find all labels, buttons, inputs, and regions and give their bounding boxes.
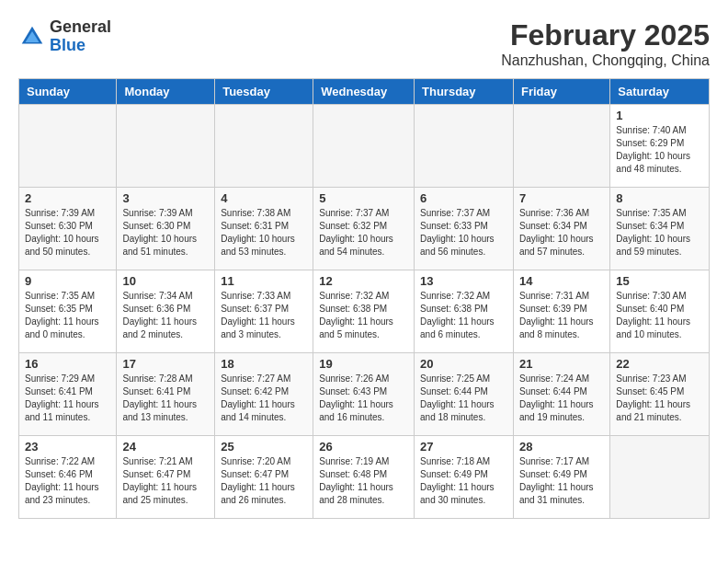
day-number: 19	[319, 357, 408, 371]
day-number: 2	[25, 191, 110, 205]
day-info: Sunrise: 7:20 AM Sunset: 6:47 PM Dayligh…	[221, 455, 307, 507]
table-row: 24Sunrise: 7:21 AM Sunset: 6:47 PM Dayli…	[117, 436, 215, 519]
day-number: 22	[616, 357, 703, 371]
day-info: Sunrise: 7:28 AM Sunset: 6:41 PM Dayligh…	[122, 373, 209, 424]
table-row: 26Sunrise: 7:19 AM Sunset: 6:48 PM Dayli…	[313, 436, 415, 519]
day-info: Sunrise: 7:39 AM Sunset: 6:30 PM Dayligh…	[122, 207, 209, 259]
day-info: Sunrise: 7:21 AM Sunset: 6:47 PM Dayligh…	[122, 455, 209, 507]
table-row: 23Sunrise: 7:22 AM Sunset: 6:46 PM Dayli…	[19, 436, 117, 519]
month-title: February 2025	[501, 18, 710, 52]
header-friday: Friday	[513, 79, 609, 105]
day-info: Sunrise: 7:32 AM Sunset: 6:38 PM Dayligh…	[319, 290, 408, 341]
page-header: General Blue February 2025 Nanzhushan, C…	[18, 18, 710, 69]
day-number: 23	[25, 440, 110, 454]
day-number: 27	[420, 440, 507, 454]
table-row: 13Sunrise: 7:32 AM Sunset: 6:38 PM Dayli…	[415, 270, 514, 353]
day-number: 6	[420, 191, 507, 205]
day-info: Sunrise: 7:38 AM Sunset: 6:31 PM Dayligh…	[221, 207, 307, 259]
table-row: 6Sunrise: 7:37 AM Sunset: 6:33 PM Daylig…	[415, 188, 514, 270]
day-number: 15	[616, 274, 703, 288]
calendar-table: Sunday Monday Tuesday Wednesday Thursday…	[18, 78, 710, 519]
header-tuesday: Tuesday	[215, 79, 313, 105]
table-row: 8Sunrise: 7:35 AM Sunset: 6:34 PM Daylig…	[610, 188, 710, 270]
day-number: 17	[122, 357, 209, 371]
day-info: Sunrise: 7:24 AM Sunset: 6:44 PM Dayligh…	[519, 373, 604, 424]
table-row: 20Sunrise: 7:25 AM Sunset: 6:44 PM Dayli…	[415, 353, 514, 436]
calendar-week-row: 23Sunrise: 7:22 AM Sunset: 6:46 PM Dayli…	[19, 436, 710, 519]
day-number: 9	[25, 274, 110, 288]
table-row	[610, 436, 710, 519]
day-info: Sunrise: 7:40 AM Sunset: 6:29 PM Dayligh…	[616, 124, 703, 176]
day-number: 3	[122, 191, 209, 205]
table-row: 2Sunrise: 7:39 AM Sunset: 6:30 PM Daylig…	[19, 188, 117, 270]
title-block: February 2025 Nanzhushan, Chongqing, Chi…	[501, 18, 710, 69]
day-number: 26	[319, 440, 408, 454]
day-info: Sunrise: 7:26 AM Sunset: 6:43 PM Dayligh…	[319, 373, 408, 424]
day-number: 25	[221, 440, 307, 454]
table-row: 25Sunrise: 7:20 AM Sunset: 6:47 PM Dayli…	[215, 436, 313, 519]
day-number: 8	[616, 191, 703, 205]
day-info: Sunrise: 7:35 AM Sunset: 6:35 PM Dayligh…	[25, 290, 110, 341]
calendar-week-row: 2Sunrise: 7:39 AM Sunset: 6:30 PM Daylig…	[19, 188, 710, 270]
day-info: Sunrise: 7:37 AM Sunset: 6:33 PM Dayligh…	[420, 207, 507, 259]
table-row	[513, 105, 609, 188]
day-number: 7	[519, 191, 604, 205]
logo-text: General Blue	[50, 18, 111, 55]
day-info: Sunrise: 7:29 AM Sunset: 6:41 PM Dayligh…	[25, 373, 110, 424]
table-row	[117, 105, 215, 188]
day-info: Sunrise: 7:32 AM Sunset: 6:38 PM Dayligh…	[420, 290, 507, 341]
day-info: Sunrise: 7:31 AM Sunset: 6:39 PM Dayligh…	[519, 290, 604, 341]
table-row: 7Sunrise: 7:36 AM Sunset: 6:34 PM Daylig…	[513, 188, 609, 270]
table-row: 27Sunrise: 7:18 AM Sunset: 6:49 PM Dayli…	[415, 436, 514, 519]
day-info: Sunrise: 7:34 AM Sunset: 6:36 PM Dayligh…	[122, 290, 209, 341]
day-number: 14	[519, 274, 604, 288]
header-thursday: Thursday	[415, 79, 514, 105]
day-number: 5	[319, 191, 408, 205]
table-row: 19Sunrise: 7:26 AM Sunset: 6:43 PM Dayli…	[313, 353, 415, 436]
day-number: 28	[519, 440, 604, 454]
day-number: 18	[221, 357, 307, 371]
header-wednesday: Wednesday	[313, 79, 415, 105]
header-sunday: Sunday	[19, 79, 117, 105]
day-info: Sunrise: 7:23 AM Sunset: 6:45 PM Dayligh…	[616, 373, 703, 424]
day-number: 4	[221, 191, 307, 205]
table-row: 5Sunrise: 7:37 AM Sunset: 6:32 PM Daylig…	[313, 188, 415, 270]
day-info: Sunrise: 7:18 AM Sunset: 6:49 PM Dayligh…	[420, 455, 507, 507]
day-info: Sunrise: 7:19 AM Sunset: 6:48 PM Dayligh…	[319, 455, 408, 507]
table-row	[313, 105, 415, 188]
day-number: 21	[519, 357, 604, 371]
table-row: 15Sunrise: 7:30 AM Sunset: 6:40 PM Dayli…	[610, 270, 710, 353]
table-row: 1Sunrise: 7:40 AM Sunset: 6:29 PM Daylig…	[610, 105, 710, 188]
calendar-week-row: 1Sunrise: 7:40 AM Sunset: 6:29 PM Daylig…	[19, 105, 710, 188]
day-info: Sunrise: 7:39 AM Sunset: 6:30 PM Dayligh…	[25, 207, 110, 259]
table-row: 14Sunrise: 7:31 AM Sunset: 6:39 PM Dayli…	[513, 270, 609, 353]
table-row: 17Sunrise: 7:28 AM Sunset: 6:41 PM Dayli…	[117, 353, 215, 436]
table-row: 18Sunrise: 7:27 AM Sunset: 6:42 PM Dayli…	[215, 353, 313, 436]
day-number: 13	[420, 274, 507, 288]
day-number: 10	[122, 274, 209, 288]
day-number: 12	[319, 274, 408, 288]
day-info: Sunrise: 7:27 AM Sunset: 6:42 PM Dayligh…	[221, 373, 307, 424]
table-row	[19, 105, 117, 188]
calendar-week-row: 16Sunrise: 7:29 AM Sunset: 6:41 PM Dayli…	[19, 353, 710, 436]
table-row: 10Sunrise: 7:34 AM Sunset: 6:36 PM Dayli…	[117, 270, 215, 353]
day-number: 1	[616, 109, 703, 122]
day-info: Sunrise: 7:37 AM Sunset: 6:32 PM Dayligh…	[319, 207, 408, 259]
table-row: 12Sunrise: 7:32 AM Sunset: 6:38 PM Dayli…	[313, 270, 415, 353]
day-number: 16	[25, 357, 110, 371]
location-title: Nanzhushan, Chongqing, China	[501, 52, 710, 69]
day-info: Sunrise: 7:22 AM Sunset: 6:46 PM Dayligh…	[25, 455, 110, 507]
header-monday: Monday	[117, 79, 215, 105]
day-info: Sunrise: 7:35 AM Sunset: 6:34 PM Dayligh…	[616, 207, 703, 259]
table-row: 22Sunrise: 7:23 AM Sunset: 6:45 PM Dayli…	[610, 353, 710, 436]
table-row: 4Sunrise: 7:38 AM Sunset: 6:31 PM Daylig…	[215, 188, 313, 270]
day-number: 20	[420, 357, 507, 371]
calendar-week-row: 9Sunrise: 7:35 AM Sunset: 6:35 PM Daylig…	[19, 270, 710, 353]
calendar-header-row: Sunday Monday Tuesday Wednesday Thursday…	[19, 79, 710, 105]
header-saturday: Saturday	[610, 79, 710, 105]
logo-icon	[18, 23, 46, 51]
table-row: 16Sunrise: 7:29 AM Sunset: 6:41 PM Dayli…	[19, 353, 117, 436]
logo: General Blue	[18, 18, 111, 55]
day-info: Sunrise: 7:30 AM Sunset: 6:40 PM Dayligh…	[616, 290, 703, 341]
day-info: Sunrise: 7:36 AM Sunset: 6:34 PM Dayligh…	[519, 207, 604, 259]
